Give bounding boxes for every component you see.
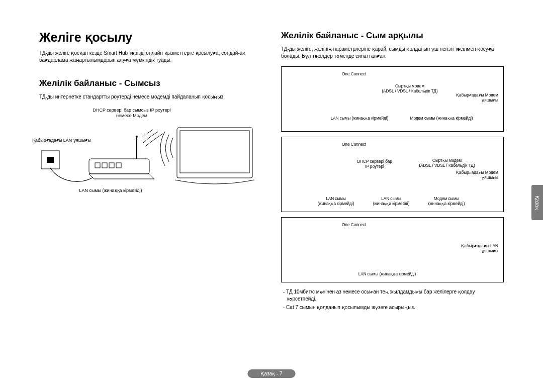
ext-modem-label: Сыртқы модем (ADSL / VDSL / Кабельдік ТД…: [372, 84, 447, 94]
modem-cable-label-2: Модем сымы (жинаққа кірмейді): [421, 197, 472, 207]
svg-rect-10: [180, 131, 249, 173]
wired-sub: ТД-ды желіге, желінің параметрлеріне қар…: [281, 46, 504, 59]
wireless-heading: Желілік байланыс - Сымсыз: [39, 78, 262, 88]
wall-lan-port-label: Қабырғадағы LAN ұяшығы: [453, 244, 498, 254]
svg-point-8: [136, 136, 138, 138]
ip-router-label: DHCP сервері бар IP роутері: [347, 159, 402, 170]
wireless-diagram: DHCP сервері бар сымсыз IP роутері немес…: [41, 108, 264, 208]
wired-heading: Желілік байланыс - Сым арқылы: [281, 30, 504, 41]
wired-diagram-3: One Connect Қабырғадағы LAN ұяшығы LAN с…: [281, 217, 504, 282]
page-footer: Қазақ - 7: [247, 369, 295, 378]
note-2: - Cat 7 сымын қолданып қосылымды жүзеге …: [281, 304, 504, 311]
side-language-tab: Қазақ: [531, 185, 543, 220]
svg-rect-2: [89, 159, 149, 174]
lan-cable-label-3: LAN сымы (жинаққа кірмейді): [342, 272, 432, 277]
intro-text: ТД-ды желіге қосқан кезде Smart Hub тәрі…: [39, 50, 262, 63]
one-connect-label: One Connect: [342, 72, 366, 77]
notes-list: - ТД 10мбит/с мәнінен аз немесе осыған т…: [281, 288, 504, 311]
lan-cable-label: LAN сымы (жинаққа кірмейді): [65, 188, 156, 193]
wired-diagram-2: One Connect DHCP сервері бар IP роутері …: [281, 137, 504, 212]
lan-cable-label-1: LAN сымы (жинаққа кірмейді): [317, 116, 402, 121]
modem-cable-label-1: Модем сымы (жинаққа кірмейді): [401, 116, 482, 121]
wireless-sub: ТД-ды интернетке стандартты роутерді нем…: [39, 93, 262, 101]
wired-diagram-1: One Connect Сыртқы модем (ADSL / VDSL / …: [281, 66, 504, 132]
one-connect-label-3: One Connect: [342, 223, 366, 228]
router-label: DHCP сервері бар сымсыз IP роутері немес…: [92, 108, 172, 119]
lan-cable-1-label: LAN сымы (жинаққа кірмейді): [311, 197, 361, 207]
note-1: - ТД 10мбит/с мәнінен аз немесе осыған т…: [281, 288, 504, 302]
wall-port-label: Қабырғадағы LAN ұяшығы: [32, 138, 113, 143]
wall-modem-port-label-2: Қабырғадағы Модем ұяшығы: [453, 170, 498, 181]
ext-modem-label-2: Сыртқы модем (ADSL / VDSL / Кабельдік ТД…: [409, 158, 485, 169]
lan-cable-2-label: LAN сымы (жинаққа кірмейді): [366, 197, 416, 207]
svg-rect-1: [47, 157, 54, 163]
svg-rect-9: [177, 128, 252, 178]
page-title: Желіге қосылу: [39, 30, 262, 45]
wall-modem-port-label: Қабырғадағы Модем ұяшығы: [453, 93, 498, 104]
one-connect-label-2: One Connect: [342, 142, 366, 147]
